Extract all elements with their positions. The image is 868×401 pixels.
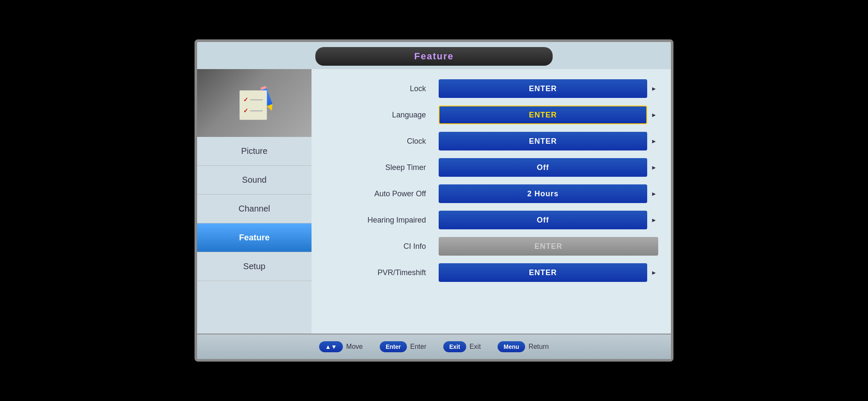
setting-value-container-language: ENTER► xyxy=(439,106,658,124)
setting-label-clock: Clock xyxy=(320,137,439,146)
menu-label: Return xyxy=(529,343,549,351)
setting-value-container-auto-power-off: 2 Hours► xyxy=(439,184,658,203)
setting-value-container-lock: ENTER► xyxy=(439,79,658,98)
setting-value-container-pvr-timeshift: ENTER► xyxy=(439,263,658,282)
setting-btn-clock[interactable]: ENTER xyxy=(439,132,647,150)
sidebar-item-sound[interactable]: Sound xyxy=(197,166,312,195)
setting-label-hearing-impaired: Hearing Impaired xyxy=(320,216,439,225)
setting-value-container-hearing-impaired: Off► xyxy=(439,211,658,229)
setting-label-pvr-timeshift: PVR/Timeshift xyxy=(320,268,439,277)
setting-label-ci-info: CI Info xyxy=(320,242,439,251)
paper-icon: ✓ ✓ xyxy=(239,90,267,120)
arrow-right-icon-hearing-impaired[interactable]: ► xyxy=(650,211,658,229)
move-group: ▲▼ Move xyxy=(319,341,363,352)
setting-value-container-ci-info: ENTER xyxy=(439,237,658,256)
arrow-right-icon-lock[interactable]: ► xyxy=(650,79,658,98)
sidebar-item-channel[interactable]: Channel xyxy=(197,195,312,223)
bottom-bar: ▲▼ Move Enter Enter Exit Exit Menu Retur… xyxy=(197,334,671,359)
setting-row-auto-power-off: Auto Power Off2 Hours► xyxy=(320,183,658,205)
menu-group: Menu Return xyxy=(498,341,549,352)
sidebar-icon: ✓ ✓ xyxy=(197,69,312,137)
setting-btn-auto-power-off[interactable]: 2 Hours xyxy=(439,184,647,203)
setting-value-container-clock: ENTER► xyxy=(439,132,658,150)
setting-btn-pvr-timeshift[interactable]: ENTER xyxy=(439,263,647,282)
arrow-right-icon-pvr-timeshift[interactable]: ► xyxy=(650,263,658,282)
arrow-right-icon-clock[interactable]: ► xyxy=(650,132,658,150)
title-bar: Feature xyxy=(315,47,553,66)
setting-btn-language[interactable]: ENTER xyxy=(439,106,647,124)
exit-group: Exit Exit xyxy=(443,341,481,352)
setting-row-sleep-timer: Sleep TimerOff► xyxy=(320,156,658,178)
sidebar-item-picture[interactable]: Picture xyxy=(197,137,312,166)
setting-row-hearing-impaired: Hearing ImpairedOff► xyxy=(320,209,658,231)
move-button[interactable]: ▲▼ xyxy=(319,341,343,352)
move-label: Move xyxy=(346,343,363,351)
arrow-right-icon-auto-power-off[interactable]: ► xyxy=(650,184,658,203)
arrow-right-icon-sleep-timer[interactable]: ► xyxy=(650,158,658,177)
setting-row-ci-info: CI InfoENTER xyxy=(320,235,658,257)
page-title: Feature xyxy=(414,51,453,62)
setting-value-container-sleep-timer: Off► xyxy=(439,158,658,177)
exit-label: Exit xyxy=(470,343,481,351)
tv-screen: Feature ✓ xyxy=(195,39,673,362)
sidebar-items: PictureSoundChannelFeatureSetup xyxy=(197,137,312,334)
setting-btn-lock[interactable]: ENTER xyxy=(439,79,647,98)
setting-row-pvr-timeshift: PVR/TimeshiftENTER► xyxy=(320,262,658,284)
enter-button[interactable]: Enter xyxy=(380,341,407,352)
menu-button[interactable]: Menu xyxy=(498,341,525,352)
setting-label-language: Language xyxy=(320,111,439,120)
setting-label-auto-power-off: Auto Power Off xyxy=(320,189,439,198)
setting-btn-sleep-timer[interactable]: Off xyxy=(439,158,647,177)
checklist-illustration: ✓ ✓ xyxy=(235,86,273,120)
enter-group: Enter Enter xyxy=(380,341,426,352)
setting-row-language: LanguageENTER► xyxy=(320,104,658,126)
exit-button[interactable]: Exit xyxy=(443,341,466,352)
sidebar: ✓ ✓ PictureSoundChannelFeatureSetup xyxy=(197,69,312,334)
setting-btn-hearing-impaired[interactable]: Off xyxy=(439,211,647,229)
main-content: ✓ ✓ PictureSoundChannelFeatureSetup Lock xyxy=(197,69,671,334)
setting-label-sleep-timer: Sleep Timer xyxy=(320,163,439,172)
sidebar-item-feature[interactable]: Feature xyxy=(197,223,312,252)
arrow-right-icon-language[interactable]: ► xyxy=(650,106,658,124)
setting-label-lock: Lock xyxy=(320,84,439,93)
setting-row-lock: LockENTER► xyxy=(320,78,658,100)
sidebar-item-setup[interactable]: Setup xyxy=(197,252,312,281)
settings-panel: LockENTER►LanguageENTER►ClockENTER►Sleep… xyxy=(312,69,671,334)
enter-label: Enter xyxy=(410,343,426,351)
setting-btn-ci-info: ENTER xyxy=(439,237,658,256)
setting-row-clock: ClockENTER► xyxy=(320,130,658,152)
